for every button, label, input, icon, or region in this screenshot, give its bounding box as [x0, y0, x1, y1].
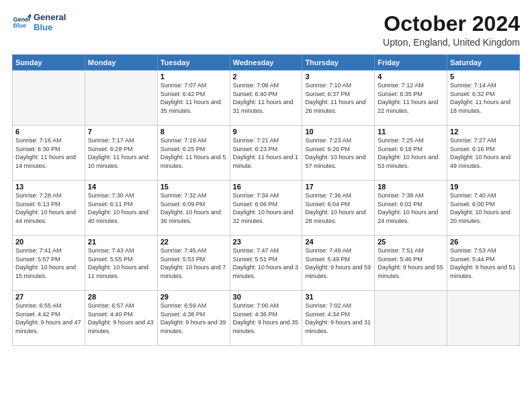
page-header: General Blue General Blue October 2024 U… — [12, 12, 520, 48]
day-number: 12 — [450, 128, 517, 136]
logo: General Blue General Blue — [12, 12, 66, 32]
day-info: Sunrise: 7:38 AM Sunset: 6:02 PM Dayligh… — [378, 191, 444, 225]
day-header-sunday: Sunday — [13, 55, 85, 71]
day-info: Sunrise: 7:28 AM Sunset: 6:13 PM Dayligh… — [15, 191, 82, 225]
day-info: Sunrise: 7:47 AM Sunset: 5:51 PM Dayligh… — [233, 246, 300, 280]
day-info: Sunrise: 7:30 AM Sunset: 6:11 PM Dayligh… — [88, 191, 154, 225]
day-number: 20 — [15, 238, 82, 246]
day-number: 18 — [378, 183, 444, 191]
day-number: 27 — [15, 293, 82, 301]
calendar-cell: 25Sunrise: 7:51 AM Sunset: 5:46 PM Dayli… — [375, 236, 447, 291]
calendar-cell: 12Sunrise: 7:27 AM Sunset: 6:16 PM Dayli… — [447, 126, 520, 181]
calendar-cell: 28Sunrise: 6:57 AM Sunset: 4:40 PM Dayli… — [85, 291, 157, 346]
calendar-cell: 20Sunrise: 7:41 AM Sunset: 5:57 PM Dayli… — [13, 236, 85, 291]
calendar-header-row: SundayMondayTuesdayWednesdayThursdayFrid… — [13, 55, 520, 71]
calendar-cell: 22Sunrise: 7:45 AM Sunset: 5:53 PM Dayli… — [157, 236, 230, 291]
calendar-cell: 5Sunrise: 7:14 AM Sunset: 6:32 PM Daylig… — [447, 71, 520, 126]
day-number: 11 — [378, 128, 444, 136]
logo-text: General Blue — [34, 12, 66, 32]
calendar-cell: 31Sunrise: 7:02 AM Sunset: 4:34 PM Dayli… — [302, 291, 375, 346]
calendar-cell: 30Sunrise: 7:00 AM Sunset: 4:36 PM Dayli… — [230, 291, 302, 346]
day-info: Sunrise: 7:40 AM Sunset: 6:00 PM Dayligh… — [450, 191, 517, 225]
day-number: 3 — [305, 73, 371, 81]
day-info: Sunrise: 7:32 AM Sunset: 6:09 PM Dayligh… — [161, 191, 227, 225]
day-info: Sunrise: 7:19 AM Sunset: 6:25 PM Dayligh… — [161, 136, 227, 170]
day-info: Sunrise: 7:12 AM Sunset: 6:35 PM Dayligh… — [378, 81, 444, 115]
day-number: 17 — [305, 183, 371, 191]
day-info: Sunrise: 7:36 AM Sunset: 6:04 PM Dayligh… — [305, 191, 371, 225]
day-number: 6 — [15, 128, 82, 136]
calendar-week-2: 6Sunrise: 7:16 AM Sunset: 6:30 PM Daylig… — [13, 126, 520, 181]
month-title: October 2024 — [383, 12, 520, 36]
day-header-saturday: Saturday — [447, 55, 520, 71]
calendar-week-4: 20Sunrise: 7:41 AM Sunset: 5:57 PM Dayli… — [13, 236, 520, 291]
calendar-cell — [447, 291, 520, 346]
day-info: Sunrise: 7:51 AM Sunset: 5:46 PM Dayligh… — [378, 246, 444, 280]
svg-text:Blue: Blue — [13, 22, 26, 29]
day-info: Sunrise: 7:23 AM Sunset: 6:20 PM Dayligh… — [305, 136, 371, 170]
day-info: Sunrise: 7:10 AM Sunset: 6:37 PM Dayligh… — [305, 81, 371, 115]
day-header-wednesday: Wednesday — [230, 55, 302, 71]
day-info: Sunrise: 6:59 AM Sunset: 4:38 PM Dayligh… — [161, 302, 227, 335]
day-info: Sunrise: 7:00 AM Sunset: 4:36 PM Dayligh… — [233, 302, 300, 335]
calendar-cell: 16Sunrise: 7:34 AM Sunset: 6:06 PM Dayli… — [230, 181, 302, 236]
day-header-thursday: Thursday — [302, 55, 375, 71]
calendar-cell: 15Sunrise: 7:32 AM Sunset: 6:09 PM Dayli… — [157, 181, 230, 236]
day-info: Sunrise: 7:27 AM Sunset: 6:16 PM Dayligh… — [450, 136, 517, 170]
day-info: Sunrise: 7:16 AM Sunset: 6:30 PM Dayligh… — [15, 136, 82, 170]
day-number: 15 — [161, 183, 227, 191]
location: Upton, England, United Kingdom — [383, 37, 520, 48]
day-number: 10 — [305, 128, 371, 136]
day-number: 8 — [161, 128, 227, 136]
day-info: Sunrise: 7:17 AM Sunset: 6:28 PM Dayligh… — [88, 136, 154, 170]
calendar-cell: 23Sunrise: 7:47 AM Sunset: 5:51 PM Dayli… — [230, 236, 302, 291]
day-header-friday: Friday — [375, 55, 447, 71]
day-number: 28 — [88, 293, 154, 301]
calendar-cell — [85, 71, 157, 126]
day-info: Sunrise: 7:14 AM Sunset: 6:32 PM Dayligh… — [450, 81, 517, 115]
calendar-cell: 18Sunrise: 7:38 AM Sunset: 6:02 PM Dayli… — [375, 181, 447, 236]
day-number: 2 — [233, 73, 300, 81]
day-number: 7 — [88, 128, 154, 136]
calendar-table: SundayMondayTuesdayWednesdayThursdayFrid… — [12, 54, 520, 346]
day-number: 13 — [15, 183, 82, 191]
calendar-cell: 21Sunrise: 7:43 AM Sunset: 5:55 PM Dayli… — [85, 236, 157, 291]
day-number: 25 — [378, 238, 444, 246]
day-info: Sunrise: 6:57 AM Sunset: 4:40 PM Dayligh… — [88, 302, 154, 335]
calendar-week-1: 1Sunrise: 7:07 AM Sunset: 6:42 PM Daylig… — [13, 71, 520, 126]
calendar-week-3: 13Sunrise: 7:28 AM Sunset: 6:13 PM Dayli… — [13, 181, 520, 236]
day-info: Sunrise: 7:53 AM Sunset: 5:44 PM Dayligh… — [450, 246, 517, 280]
day-info: Sunrise: 7:41 AM Sunset: 5:57 PM Dayligh… — [15, 246, 82, 280]
calendar-cell — [13, 71, 85, 126]
day-info: Sunrise: 7:45 AM Sunset: 5:53 PM Dayligh… — [161, 246, 227, 280]
title-block: October 2024 Upton, England, United King… — [383, 12, 520, 48]
calendar-cell: 9Sunrise: 7:21 AM Sunset: 6:23 PM Daylig… — [230, 126, 302, 181]
day-number: 16 — [233, 183, 300, 191]
day-number: 23 — [233, 238, 300, 246]
calendar-cell: 29Sunrise: 6:59 AM Sunset: 4:38 PM Dayli… — [157, 291, 230, 346]
calendar-cell: 19Sunrise: 7:40 AM Sunset: 6:00 PM Dayli… — [447, 181, 520, 236]
day-number: 14 — [88, 183, 154, 191]
day-number: 24 — [305, 238, 371, 246]
calendar-week-5: 27Sunrise: 6:55 AM Sunset: 4:42 PM Dayli… — [13, 291, 520, 346]
calendar-cell: 2Sunrise: 7:08 AM Sunset: 6:40 PM Daylig… — [230, 71, 302, 126]
day-number: 26 — [450, 238, 517, 246]
day-info: Sunrise: 6:55 AM Sunset: 4:42 PM Dayligh… — [15, 302, 82, 335]
logo-icon: General Blue — [12, 13, 31, 32]
calendar-cell: 1Sunrise: 7:07 AM Sunset: 6:42 PM Daylig… — [157, 71, 230, 126]
calendar-cell: 26Sunrise: 7:53 AM Sunset: 5:44 PM Dayli… — [447, 236, 520, 291]
day-number: 9 — [233, 128, 300, 136]
day-info: Sunrise: 7:07 AM Sunset: 6:42 PM Dayligh… — [161, 81, 227, 115]
day-info: Sunrise: 7:49 AM Sunset: 5:49 PM Dayligh… — [305, 246, 371, 280]
day-info: Sunrise: 7:08 AM Sunset: 6:40 PM Dayligh… — [233, 81, 300, 115]
day-info: Sunrise: 7:34 AM Sunset: 6:06 PM Dayligh… — [233, 191, 300, 225]
day-number: 30 — [233, 293, 300, 301]
day-number: 21 — [88, 238, 154, 246]
calendar-cell: 8Sunrise: 7:19 AM Sunset: 6:25 PM Daylig… — [157, 126, 230, 181]
day-number: 22 — [161, 238, 227, 246]
calendar-cell: 27Sunrise: 6:55 AM Sunset: 4:42 PM Dayli… — [13, 291, 85, 346]
day-info: Sunrise: 7:25 AM Sunset: 6:18 PM Dayligh… — [378, 136, 444, 170]
day-header-monday: Monday — [85, 55, 157, 71]
day-number: 31 — [305, 293, 371, 301]
calendar-cell: 3Sunrise: 7:10 AM Sunset: 6:37 PM Daylig… — [302, 71, 375, 126]
